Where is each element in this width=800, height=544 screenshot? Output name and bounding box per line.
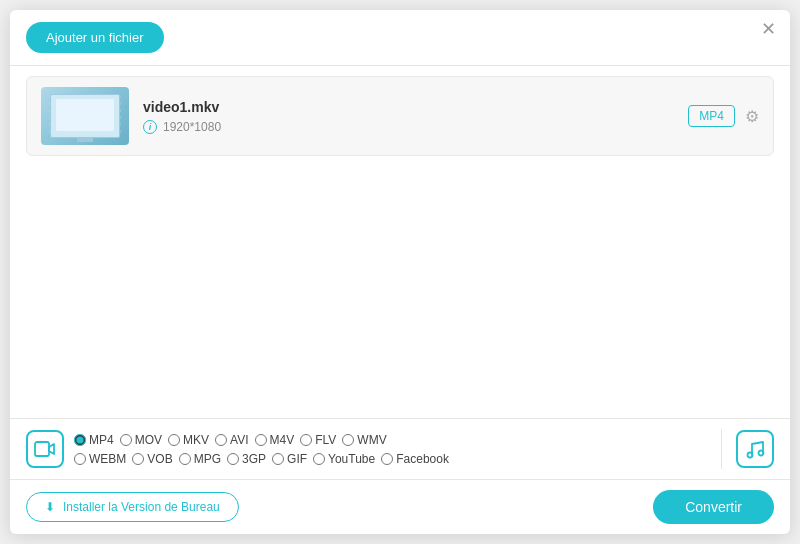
- install-icon: ⬇: [45, 500, 55, 514]
- settings-icon[interactable]: ⚙: [745, 107, 759, 126]
- format-options: MP4 MOV MKV AVI M4V: [74, 433, 707, 466]
- format-option-mp4[interactable]: MP4: [74, 433, 114, 447]
- format-divider: [721, 429, 722, 469]
- format-bar: MP4 MOV MKV AVI M4V: [10, 418, 790, 479]
- info-icon: i: [143, 120, 157, 134]
- format-option-gif[interactable]: GIF: [272, 452, 307, 466]
- video-format-icon[interactable]: [26, 430, 64, 468]
- convert-button[interactable]: Convertir: [653, 490, 774, 524]
- file-list: video1.mkv i 1920*1080 MP4 ⚙: [10, 66, 790, 418]
- format-option-mov[interactable]: MOV: [120, 433, 162, 447]
- action-bar: ⬇ Installer la Version de Bureau Convert…: [10, 479, 790, 534]
- format-badge[interactable]: MP4: [688, 105, 735, 127]
- format-row-1: MP4 MOV MKV AVI M4V: [74, 433, 707, 447]
- toolbar: Ajouter un fichier: [10, 10, 790, 66]
- format-option-avi[interactable]: AVI: [215, 433, 248, 447]
- format-option-3gp[interactable]: 3GP: [227, 452, 266, 466]
- add-file-button[interactable]: Ajouter un fichier: [26, 22, 164, 53]
- format-row-2: WEBM VOB MPG 3GP GIF: [74, 452, 707, 466]
- format-option-flv[interactable]: FLV: [300, 433, 336, 447]
- file-resolution: 1920*1080: [163, 120, 221, 134]
- format-option-wmv[interactable]: WMV: [342, 433, 386, 447]
- svg-rect-0: [35, 442, 49, 456]
- svg-point-1: [748, 453, 753, 458]
- format-option-m4v[interactable]: M4V: [255, 433, 295, 447]
- format-option-youtube[interactable]: YouTube: [313, 452, 375, 466]
- format-option-vob[interactable]: VOB: [132, 452, 172, 466]
- file-item: video1.mkv i 1920*1080 MP4 ⚙: [26, 76, 774, 156]
- file-name: video1.mkv: [143, 99, 688, 115]
- file-meta: i 1920*1080: [143, 120, 688, 134]
- audio-format-icon[interactable]: [736, 430, 774, 468]
- file-actions: MP4 ⚙: [688, 105, 759, 127]
- format-option-mkv[interactable]: MKV: [168, 433, 209, 447]
- install-label: Installer la Version de Bureau: [63, 500, 220, 514]
- svg-point-2: [759, 451, 764, 456]
- main-window: ✕ Ajouter un fichier video1.mkv i 1920*1…: [10, 10, 790, 534]
- file-thumbnail: [41, 87, 129, 145]
- format-option-webm[interactable]: WEBM: [74, 452, 126, 466]
- close-button[interactable]: ✕: [761, 20, 776, 38]
- install-button[interactable]: ⬇ Installer la Version de Bureau: [26, 492, 239, 522]
- file-info: video1.mkv i 1920*1080: [143, 99, 688, 134]
- format-option-mpg[interactable]: MPG: [179, 452, 221, 466]
- format-option-facebook[interactable]: Facebook: [381, 452, 449, 466]
